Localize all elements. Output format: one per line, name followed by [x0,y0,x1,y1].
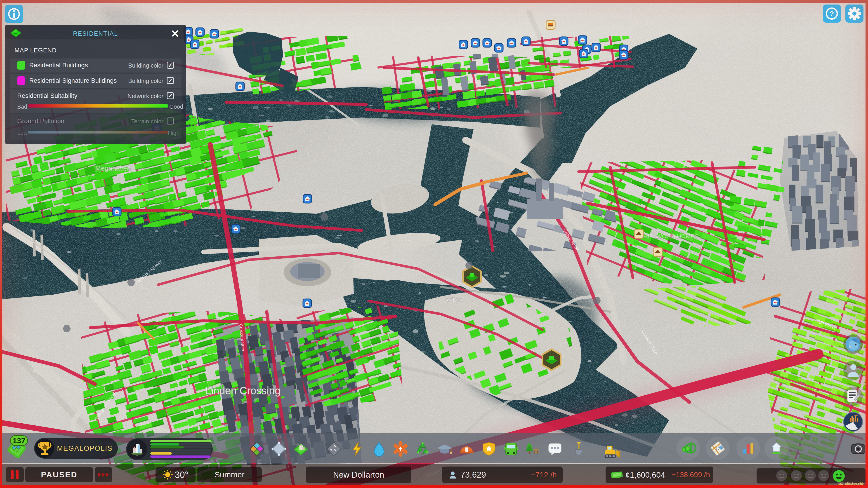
svg-text:Megahaven: Megahaven [95,164,131,172]
svg-text:THIRLWOOD HOMES: THIRLWOOD HOMES [640,233,699,240]
svg-text:Willow: Willow [446,297,462,303]
svg-text:?: ? [830,10,834,17]
svg-text:137: 137 [13,436,26,445]
svg-text:Linden Crossing: Linden Crossing [206,385,281,396]
